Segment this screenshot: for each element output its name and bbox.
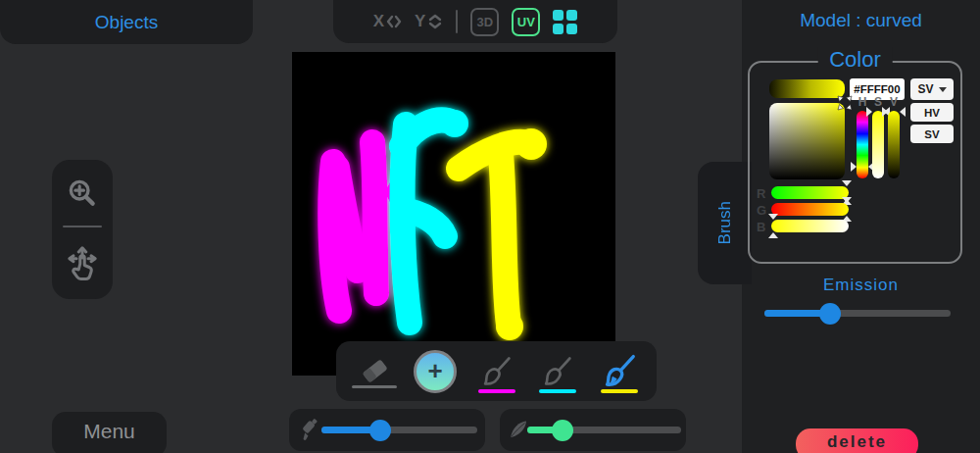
color-section-title: Color: [817, 47, 893, 73]
color-mode-dropdown[interactable]: SV: [910, 78, 954, 100]
airbrush-icon: [296, 418, 321, 443]
axis-x-label: X: [373, 12, 384, 31]
color-mode-value: SV: [917, 82, 933, 96]
saturation-slider[interactable]: [872, 111, 884, 178]
color-section: Color SV H S V HV SV R G B: [748, 61, 962, 264]
flip-horizontal-icon: [386, 14, 402, 29]
zoom-in-icon[interactable]: [66, 176, 99, 210]
red-slider[interactable]: [771, 186, 849, 199]
delete-button[interactable]: delete: [796, 428, 918, 453]
objects-button[interactable]: Objects: [0, 0, 253, 44]
paint-canvas[interactable]: [292, 52, 615, 376]
brush-size-panel: [289, 409, 485, 451]
grid-square: [553, 10, 564, 21]
brush-color-underline: [601, 389, 638, 393]
hv-mode-button[interactable]: HV: [910, 103, 954, 122]
mirror-x-button[interactable]: X: [373, 12, 402, 31]
saturation-value-picker[interactable]: [769, 103, 845, 179]
eraser-icon: [356, 354, 393, 389]
flip-vertical-icon: [427, 14, 443, 29]
tab-brush[interactable]: Brush: [698, 162, 752, 284]
view-uv-button[interactable]: UV: [512, 8, 540, 36]
toolbar-divider: [456, 10, 458, 33]
eraser-underline: [352, 385, 397, 388]
paint-toolbar: +: [336, 341, 657, 401]
mirror-y-button[interactable]: Y: [415, 12, 443, 31]
grid-square: [566, 10, 577, 21]
menu-button[interactable]: Menu: [52, 412, 167, 453]
brush-tool-magenta[interactable]: [473, 346, 520, 397]
add-brush-tool[interactable]: +: [412, 346, 459, 397]
value-gradient-bar[interactable]: [769, 79, 845, 98]
grid-square: [566, 24, 577, 34]
emission-slider-thumb[interactable]: [819, 303, 841, 325]
paintbrush-icon-selected: [601, 353, 638, 390]
green-slider[interactable]: [771, 203, 849, 216]
brush-tool-yellow-selected[interactable]: [596, 346, 643, 397]
emission-slider[interactable]: [764, 310, 951, 317]
brush-size-thumb[interactable]: [369, 420, 391, 441]
letter-n: [330, 142, 376, 311]
brush-size-slider[interactable]: [321, 427, 477, 433]
brush-tool-cyan[interactable]: [534, 346, 581, 397]
paintbrush-icon: [479, 354, 514, 389]
brush-opacity-thumb[interactable]: [552, 420, 573, 441]
model-label: Model : curved: [742, 10, 980, 31]
viewport-tools: [52, 160, 113, 299]
axis-y-label: Y: [415, 12, 425, 31]
green-label: G: [757, 203, 768, 218]
blue-slider[interactable]: [771, 220, 849, 232]
hue-slider[interactable]: [857, 111, 868, 178]
view-toolbar: X Y 3D UV: [333, 0, 617, 43]
nft-artwork: [292, 52, 615, 376]
grid-square: [553, 24, 564, 34]
view-3d-button[interactable]: 3D: [470, 8, 499, 36]
picker-crosshair-icon: [836, 94, 854, 112]
eraser-tool[interactable]: [351, 346, 398, 397]
letter-f-blob: [441, 110, 468, 137]
letter-t: [459, 142, 528, 325]
tools-divider: [63, 226, 102, 227]
red-label: R: [757, 186, 768, 201]
pan-gesture-icon[interactable]: [65, 244, 100, 283]
add-brush-button[interactable]: +: [414, 350, 457, 393]
brush-color-underline: [539, 389, 576, 393]
letter-t-blob: [515, 128, 547, 160]
paintbrush-icon: [540, 354, 575, 389]
plus-icon: +: [427, 358, 442, 383]
blue-label: B: [757, 220, 768, 234]
value-slider[interactable]: [888, 111, 900, 178]
layers-grid-button[interactable]: [553, 10, 577, 34]
chevron-down-icon: [939, 87, 947, 92]
letter-t-blob: [496, 313, 523, 340]
brush-opacity-slider[interactable]: [527, 427, 681, 433]
letter-f: [402, 120, 453, 323]
brush-tab-label: Brush: [715, 201, 735, 244]
brush-color-underline: [478, 389, 515, 393]
emission-label: Emission: [742, 276, 980, 295]
sv-mode-button[interactable]: SV: [910, 125, 954, 143]
brush-opacity-panel: [500, 409, 686, 451]
